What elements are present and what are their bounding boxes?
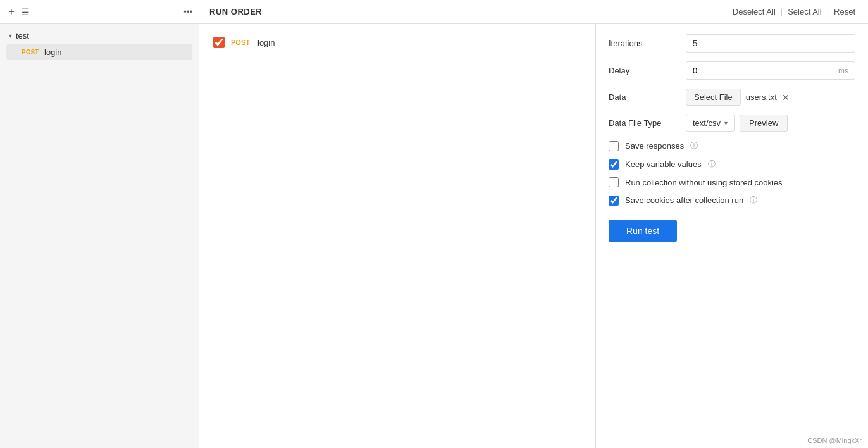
file-type-select[interactable]: text/csv ▾ <box>686 115 735 132</box>
select-all-link[interactable]: Select All <box>785 6 824 18</box>
preview-button[interactable]: Preview <box>740 115 788 132</box>
divider-2: | <box>827 7 829 16</box>
deselect-all-link[interactable]: Deselect All <box>730 6 778 18</box>
add-icon[interactable]: ＋ <box>6 5 16 18</box>
file-type-value: text/csv <box>693 118 721 128</box>
file-type-area: text/csv ▾ Preview <box>686 115 855 132</box>
main-header: RUN ORDER Deselect All | Select All | Re… <box>199 0 868 24</box>
delay-unit: ms <box>832 63 855 79</box>
more-icon[interactable]: ••• <box>183 7 192 16</box>
save-responses-help-icon[interactable]: ⓘ <box>690 140 698 151</box>
run-without-cookies-label: Run collection without using stored cook… <box>625 178 783 187</box>
sidebar-item-label: login <box>44 47 61 57</box>
keep-variable-values-row: Keep variable values ⓘ <box>609 159 855 170</box>
file-clear-button[interactable]: ✕ <box>782 93 790 102</box>
request-method: POST <box>231 39 251 46</box>
select-file-button[interactable]: Select File <box>686 89 741 106</box>
chevron-down-icon: ▾ <box>724 120 728 127</box>
save-responses-row: Save responses ⓘ <box>609 140 855 151</box>
save-responses-checkbox[interactable] <box>609 141 619 151</box>
run-order-title: RUN ORDER <box>209 7 262 16</box>
iterations-input[interactable] <box>686 34 855 53</box>
sidebar-collection: ▾ test POST login <box>0 24 199 65</box>
save-cookies-help-icon[interactable]: ⓘ <box>750 195 757 206</box>
keep-variable-values-checkbox[interactable] <box>609 159 619 170</box>
run-test-button[interactable]: Run test <box>609 220 677 242</box>
header-actions: Deselect All | Select All | Reset <box>730 6 858 18</box>
save-cookies-label: Save cookies after collection run <box>625 196 743 205</box>
divider-1: | <box>781 7 783 16</box>
iterations-label: Iterations <box>609 39 678 48</box>
collection-name: test <box>16 31 29 40</box>
data-file-type-row: Data File Type text/csv ▾ Preview <box>609 115 855 132</box>
reset-link[interactable]: Reset <box>831 6 858 18</box>
keep-variable-values-help-icon[interactable]: ⓘ <box>708 159 716 170</box>
request-checkbox[interactable] <box>213 37 225 48</box>
watermark: CSDN @MingkXr <box>807 437 862 444</box>
config-panel: Iterations Delay ms Data Select File use… <box>596 24 868 448</box>
sidebar: ＋ ☰ ••• ▾ test POST login <box>0 0 199 448</box>
data-file-type-label: Data File Type <box>609 118 678 128</box>
delay-input-wrapper: ms <box>686 61 855 80</box>
save-responses-label: Save responses <box>625 141 684 151</box>
run-order-list: POST login <box>199 24 596 448</box>
data-file-area: Select File users.txt ✕ <box>686 89 855 106</box>
run-without-cookies-checkbox[interactable] <box>609 177 619 187</box>
delay-row: Delay ms <box>609 61 855 80</box>
run-without-cookies-row: Run collection without using stored cook… <box>609 177 855 187</box>
save-cookies-checkbox[interactable] <box>609 196 619 206</box>
main-panel: RUN ORDER Deselect All | Select All | Re… <box>199 0 868 448</box>
file-name-display: users.txt <box>746 92 777 102</box>
sidebar-item-login[interactable]: POST login <box>6 44 192 60</box>
delay-label: Delay <box>609 66 678 75</box>
collection-header[interactable]: ▾ test <box>6 28 192 44</box>
table-row[interactable]: POST login <box>207 32 588 53</box>
chevron-icon: ▾ <box>9 32 12 39</box>
delay-input[interactable] <box>686 62 832 79</box>
sidebar-search-input[interactable] <box>35 7 178 16</box>
request-name: login <box>257 38 275 47</box>
method-badge: POST <box>22 49 39 56</box>
data-label: Data <box>609 92 678 102</box>
iterations-row: Iterations <box>609 34 855 53</box>
content-area: POST login Iterations Delay ms Data <box>199 24 868 448</box>
save-cookies-row: Save cookies after collection run ⓘ <box>609 195 855 206</box>
data-row: Data Select File users.txt ✕ <box>609 89 855 106</box>
keep-variable-values-label: Keep variable values <box>625 159 702 169</box>
filter-icon[interactable]: ☰ <box>22 7 30 17</box>
sidebar-top-bar: ＋ ☰ ••• <box>0 0 199 24</box>
